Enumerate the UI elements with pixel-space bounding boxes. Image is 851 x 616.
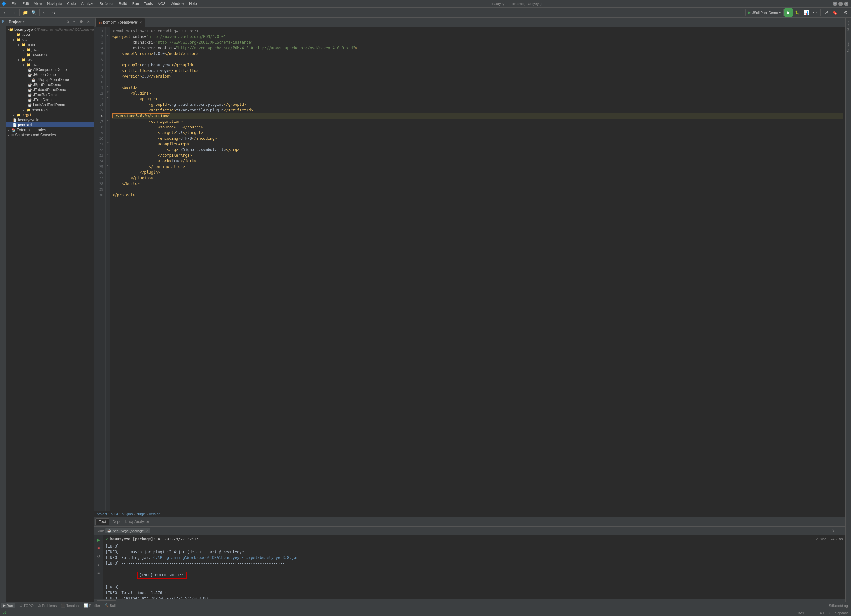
menu-file[interactable]: File (9, 1, 20, 7)
tab-text[interactable]: Text (95, 518, 109, 525)
minimize-btn[interactable]: ─ (833, 2, 837, 6)
jar-link[interactable]: C:\Programming\Workspace\IDEA\beautyeye\… (153, 555, 298, 560)
tree-item-test-res[interactable]: ▸ 📁 resources (6, 107, 94, 113)
code-editor[interactable]: <?xml version="1.0" encoding="UTF-8"?> <… (110, 27, 845, 511)
run-play-btn[interactable]: ▶ (95, 536, 102, 544)
debug-button[interactable]: 🐛 (793, 9, 801, 17)
redo-btn[interactable]: ↪ (50, 9, 58, 17)
tree-item-jbutton[interactable]: ☕ JButtonDemo (6, 72, 94, 77)
menu-view[interactable]: View (32, 1, 45, 7)
gear-icon[interactable]: ⚙ (78, 19, 84, 25)
menu-navigate[interactable]: Navigate (45, 1, 65, 7)
code-line-29 (113, 186, 843, 192)
run-config-selector[interactable]: ▶ JSplitPaneDemo ▾ (746, 9, 784, 17)
tree-item-idea[interactable]: ▸ 📁 .idea (6, 32, 94, 37)
settings-btn[interactable]: ⚙ (842, 9, 850, 17)
tree-item-resources[interactable]: ▸ 📁 resources (6, 52, 94, 57)
project-icon[interactable]: P (0, 19, 6, 24)
maven-tab[interactable]: Maven (846, 20, 850, 32)
menu-window[interactable]: Window (168, 1, 186, 7)
locate-btn[interactable]: ⊙ (65, 19, 71, 25)
tree-arrow-src: ▾ (12, 38, 17, 41)
status-line-col[interactable]: 16:41 (797, 611, 806, 615)
breadcrumb-version[interactable]: version (149, 512, 160, 516)
run-expand-btn[interactable]: ≡ (95, 569, 102, 576)
tree-item-pom[interactable]: 📄 pom.xml (6, 122, 94, 128)
ln-8: 8 (94, 68, 105, 74)
tree-item-allcomp[interactable]: ☕ AllComponentDemo (6, 67, 94, 72)
tree-item-root[interactable]: ▾ 📁 beautyeye C:\Programming\Workspace\I… (6, 27, 94, 32)
run-entry-timestamp: At 2022/8/27 22:15 (158, 537, 198, 541)
tree-item-laf[interactable]: ☕ LookAndFeelDemo (6, 102, 94, 107)
close-btn[interactable]: ✕ (844, 2, 848, 6)
breadcrumb-plugins[interactable]: plugins (122, 512, 133, 516)
todo-tool-btn[interactable]: ☑ TODO (18, 603, 36, 608)
tree-item-src[interactable]: ▾ 📁 src (6, 37, 94, 42)
tree-item-ext-libs[interactable]: ▸ 📚 External Libraries (6, 128, 94, 132)
run-scrollbar[interactable] (94, 599, 845, 602)
file-btn[interactable]: 📁 (21, 9, 29, 17)
find-btn[interactable]: 🔍 (30, 9, 38, 17)
editor-tab-pom[interactable]: m pom.xml (beautyeye) ✕ (95, 18, 145, 27)
coverage-btn[interactable]: 📊 (802, 9, 810, 17)
database-tab[interactable]: Database (846, 39, 850, 55)
menu-code[interactable]: Code (65, 1, 78, 7)
run-scroll-btn[interactable]: ↓ (95, 561, 102, 568)
ln-1: 1 (94, 28, 105, 34)
problems-tool-btn[interactable]: ⚠ Problems (36, 603, 59, 608)
breadcrumb-project[interactable]: project (97, 512, 107, 516)
run-close-btn[interactable]: ─ (837, 528, 843, 534)
back-btn[interactable]: ← (1, 9, 9, 17)
vcs-icon: ⎇ (3, 611, 7, 615)
main-area: P Project ▾ ⊙ ≡ ⚙ ✕ ▾ 📁 beautyeye (0, 18, 851, 602)
run-rerun-btn[interactable]: ↺ (95, 553, 102, 560)
menu-refactor[interactable]: Refactor (97, 1, 116, 7)
menu-edit[interactable]: Edit (20, 1, 32, 7)
bookmark-btn[interactable]: 🔖 (831, 9, 839, 17)
status-encoding[interactable]: UTF-8 (820, 611, 830, 615)
tree-item-java[interactable]: ▸ 📁 java (6, 47, 94, 52)
run-tool-btn[interactable]: ▶ Run (1, 603, 15, 608)
git-btn[interactable]: ⎇ (822, 9, 830, 17)
editor-tab-close[interactable]: ✕ (140, 21, 142, 24)
menu-run[interactable]: Run (130, 1, 141, 7)
tab-dependency[interactable]: Dependency Analyzer (109, 519, 152, 525)
menu-help[interactable]: Help (186, 1, 199, 7)
run-settings-btn[interactable]: ⚙ (830, 528, 836, 534)
menu-analyze[interactable]: Analyze (78, 1, 97, 7)
tree-item-test-java[interactable]: ▾ 📁 java (6, 62, 94, 67)
breadcrumb-build[interactable]: build (111, 512, 118, 516)
more-btn[interactable]: ⋯ (811, 9, 819, 17)
tree-item-jtree[interactable]: ☕ JTreeDemo (6, 97, 94, 102)
run-tab[interactable]: ☕ beautyeye [package] ✕ (105, 528, 150, 533)
breadcrumb-plugin[interactable]: plugin (136, 512, 145, 516)
menu-build[interactable]: Build (116, 1, 130, 7)
terminal-tool-btn[interactable]: ⬛ Terminal (59, 603, 81, 608)
expand-btn[interactable]: ≡ (71, 19, 78, 25)
status-indent[interactable]: 4 spaces (834, 611, 848, 615)
structure-btn[interactable]: Structure (827, 603, 845, 608)
tree-item-main[interactable]: ▾ 📁 main (6, 42, 94, 47)
maximize-btn[interactable]: □ (839, 2, 843, 6)
profiler-tool-btn[interactable]: 📊 Profiler (82, 603, 102, 608)
tree-item-jsplit[interactable]: ☕ JSplitPaneDemo (6, 82, 94, 87)
status-line-ending[interactable]: LF (811, 611, 815, 615)
tree-item-jtabbed[interactable]: ☕ JTabbedPaneDemo (6, 87, 94, 92)
run-button[interactable]: ▶ (785, 9, 792, 17)
tree-item-jpopup[interactable]: ▸ ☕ JPopupMenuDemo (6, 77, 94, 82)
tree-item-test[interactable]: ▾ 📁 test (6, 57, 94, 62)
tree-item-jtoolbar[interactable]: ☕ JToolBarDemo (6, 92, 94, 97)
run-stop-btn[interactable]: ■ (95, 545, 102, 551)
close-panel-btn[interactable]: ✕ (85, 19, 92, 25)
menu-vcs[interactable]: VCS (155, 1, 168, 7)
tree-item-iml[interactable]: 📋 beautyeye.iml (6, 117, 94, 122)
tree-item-target[interactable]: ▸ 📁 target (6, 113, 94, 117)
project-dropdown[interactable]: ▾ (23, 20, 24, 24)
project-tree: ▾ 📁 beautyeye C:\Programming\Workspace\I… (6, 26, 94, 602)
forward-btn[interactable]: → (10, 9, 18, 17)
undo-btn[interactable]: ↩ (41, 9, 49, 17)
run-tab-close[interactable]: ✕ (146, 529, 149, 532)
build-tool-btn[interactable]: 🔨 Build (103, 603, 119, 608)
menu-tools[interactable]: Tools (141, 1, 155, 7)
tree-item-scratches[interactable]: ▸ ✏ Scratches and Consoles (6, 132, 94, 138)
